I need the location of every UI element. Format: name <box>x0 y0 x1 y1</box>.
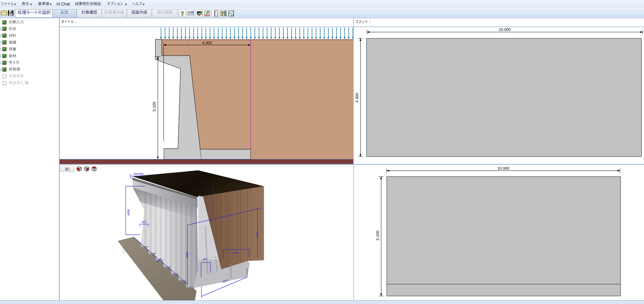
svg-text:4.300: 4.300 <box>202 41 212 45</box>
svg-text:5.100: 5.100 <box>376 231 380 241</box>
svg-text:1500: 1500 <box>233 251 239 254</box>
svg-text:5.100: 5.100 <box>152 102 156 112</box>
svg-text:700: 700 <box>203 258 207 261</box>
svg-text:4300: 4300 <box>256 231 259 238</box>
svg-text:4.300: 4.300 <box>355 93 359 103</box>
svg-text:700: 700 <box>142 220 146 224</box>
svg-text:?: ? <box>181 11 184 17</box>
svg-text:5000: 5000 <box>185 251 189 258</box>
svg-text:10.000: 10.000 <box>497 166 509 170</box>
svg-text:300/300: 300/300 <box>133 172 144 176</box>
svg-text:6600: 6600 <box>127 209 130 215</box>
svg-text:10.000: 10.000 <box>499 27 510 32</box>
